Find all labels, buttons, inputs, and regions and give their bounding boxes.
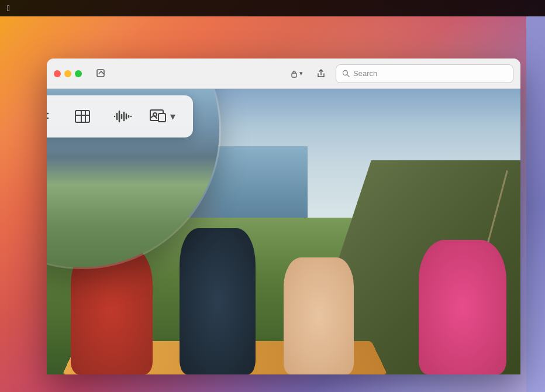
person-1 bbox=[71, 246, 153, 374]
menubar:  bbox=[0, 0, 545, 16]
person-4 bbox=[419, 240, 506, 374]
search-icon bbox=[342, 70, 350, 77]
right-sidebar bbox=[526, 16, 545, 392]
apple-logo:  bbox=[7, 4, 10, 13]
photo-people bbox=[47, 203, 520, 374]
edit-button[interactable] bbox=[92, 65, 110, 82]
close-button[interactable] bbox=[54, 70, 61, 77]
search-bar[interactable]: Search bbox=[336, 64, 513, 83]
minimize-button[interactable] bbox=[64, 70, 71, 77]
browser-content: Aa bbox=[47, 89, 520, 374]
person-3 bbox=[284, 257, 354, 374]
landscape-photo: Aa bbox=[47, 89, 520, 374]
lock-icon bbox=[290, 70, 298, 78]
browser-toolbar: ▾ Search bbox=[47, 59, 520, 89]
edit-icon bbox=[96, 69, 106, 78]
traffic-lights bbox=[54, 70, 82, 77]
browser-window: ▾ Search bbox=[47, 59, 520, 374]
person-2 bbox=[180, 228, 256, 374]
svg-rect-1 bbox=[292, 73, 296, 77]
share-icon bbox=[316, 69, 326, 78]
svg-point-2 bbox=[343, 71, 348, 75]
lock-chevron: ▾ bbox=[299, 70, 303, 77]
maximize-button[interactable] bbox=[75, 70, 82, 77]
search-placeholder: Search bbox=[353, 69, 377, 78]
lock-button[interactable]: ▾ bbox=[287, 67, 306, 80]
share-button[interactable] bbox=[312, 65, 330, 82]
desktop:  bbox=[0, 0, 545, 392]
